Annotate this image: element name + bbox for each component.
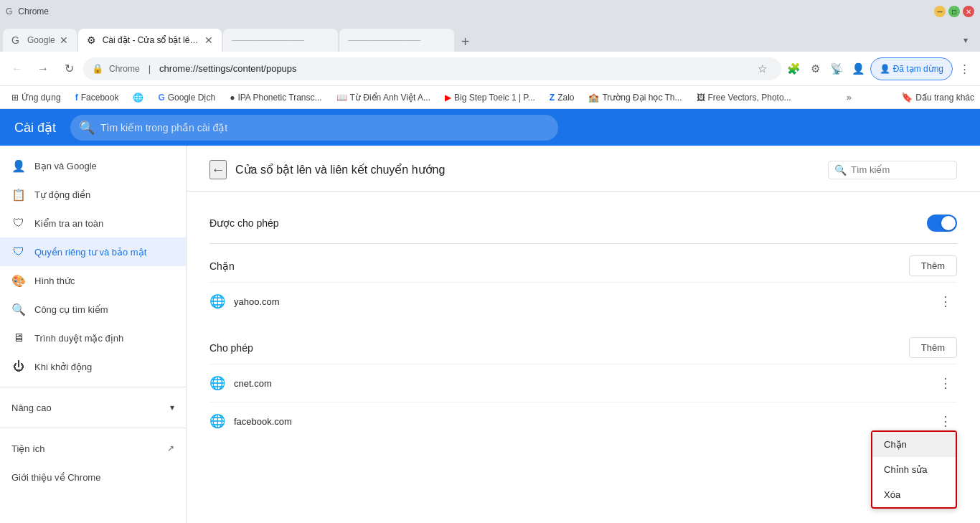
allowed-toggle[interactable] [927, 215, 957, 232]
facebook-more-button[interactable]: ⋮ [934, 410, 957, 433]
sidebar-divider-1 [0, 387, 186, 387]
chrome-menu-button[interactable]: ⋮ [954, 59, 974, 79]
window-titlebar: G Chrome ─ □ ✕ [0, 0, 980, 23]
sidebar-item-quyen-rieng-tu[interactable]: 🛡 Quyền riêng tư và bảo mật [0, 237, 186, 266]
tab-settings[interactable]: ⚙ Cài đặt - Cửa sổ bật lên và liên k... … [78, 29, 222, 52]
sidebar-item-khi-khoi-dong[interactable]: ⏻ Khi khởi động [0, 352, 186, 381]
dau-trang-label: Dấu trang khác [915, 93, 974, 103]
them-chan-button[interactable]: Thêm [909, 255, 957, 276]
sidebar: 👤 Bạn và Google 📋 Tự động điền 🛡 Kiểm tr… [0, 146, 187, 523]
bookmark-web3[interactable]: 🌐 [127, 89, 149, 106]
search-icon: 🔍 [79, 120, 95, 136]
tab-extra1[interactable]: ───────────── [223, 29, 338, 52]
bookmark-big-step-icon: ▶ [445, 93, 451, 103]
sidebar-item-kiem-tra-an-toan[interactable]: 🛡 Kiểm tra an toàn [0, 209, 186, 237]
sidebar-item-cong-cu-tim-kiem[interactable]: 🔍 Công cụ tìm kiếm [0, 295, 186, 324]
bookmark-google-dich-label: Google Dịch [168, 93, 215, 103]
main-content: ← Cửa sổ bật lên và liên kết chuyển hướn… [187, 146, 980, 523]
bookmark-truong-dai-hoc-label: Trường Đại học Th... [602, 93, 682, 103]
sidebar-section-nang-cao[interactable]: Nâng cao ▾ [0, 393, 186, 422]
extensions-button[interactable]: 🧩 [784, 59, 804, 79]
dau-trang-icon: 🔖 [901, 92, 913, 103]
window-controls: ─ □ ✕ [934, 6, 974, 17]
profile-button[interactable]: 👤 Đã tạm dừng [870, 57, 953, 80]
tab-bar: G Google ✕ ⚙ Cài đặt - Cửa sổ bật lên và… [0, 23, 980, 52]
settings-search-bar[interactable]: 🔍 Tìm kiếm trong phần cài đặt [70, 115, 558, 141]
yahoo-more-button[interactable]: ⋮ [934, 290, 957, 313]
context-menu: Chặn Chỉnh sửa Xóa [871, 430, 957, 509]
address-bar[interactable]: 🔒 Chrome | chrome://settings/content/pop… [83, 57, 781, 80]
settings-wrapper: Cài đặt 🔍 Tìm kiếm trong phần cài đặt 👤 … [0, 109, 980, 523]
back-button[interactable]: ← [6, 57, 29, 80]
context-menu-item-chinh-sua[interactable]: Chỉnh sửa [872, 457, 956, 482]
domain-row-cnet: 🌐 cnet.com ⋮ [209, 364, 957, 402]
sidebar-item-trinh-duyet-mac-dinh[interactable]: 🖥 Trình duyệt mặc định [0, 324, 186, 352]
bookmarks-bar: ⊞ Ứng dụng f Facebook 🌐 G Google Dịch ● … [0, 86, 980, 109]
sidebar-label-tu-dong-dien: Tự động điền [34, 189, 174, 200]
maximize-button[interactable]: □ [948, 6, 960, 17]
sidebar-label-tien-ich: Tiện ích [11, 443, 156, 454]
domain-row-yahoo: 🌐 yahoo.com ⋮ [209, 282, 957, 320]
bookmark-star-button[interactable]: ☆ [753, 59, 773, 79]
sidebar-item-tien-ich[interactable]: Tiện ích ↗ [0, 434, 186, 463]
bookmark-tu-dien[interactable]: 📖 Từ Điển Anh Việt A... [331, 89, 437, 106]
content-search-input[interactable] [851, 164, 937, 175]
bookmark-facebook[interactable]: f Facebook [70, 89, 125, 106]
tab-settings-label: Cài đặt - Cửa sổ bật lên và liên k... [103, 35, 200, 45]
minimize-button[interactable]: ─ [934, 6, 946, 17]
user-menu-button[interactable]: 👤 [849, 59, 869, 79]
bookmarks-more-button[interactable]: » [844, 92, 854, 103]
tab-extra2[interactable]: ───────────── [339, 29, 454, 52]
context-menu-item-chan[interactable]: Chặn [872, 432, 956, 457]
tien-ich-external-icon: ↗ [167, 443, 174, 453]
bookmark-truong-dai-hoc[interactable]: 🏫 Trường Đại học Th... [583, 89, 687, 106]
bookmark-big-step[interactable]: ▶ Big Step Toeic 1 | P... [439, 89, 541, 106]
bookmark-zalo[interactable]: Z Zalo [544, 89, 580, 106]
content-title: Cửa sổ bật lên và liên kết chuyển hướng [235, 163, 819, 176]
settings-container: 👤 Bạn và Google 📋 Tự động điền 🛡 Kiểm tr… [0, 146, 980, 523]
bookmark-ipa-label: IPA Phonetic Transc... [237, 93, 321, 103]
sidebar-item-hinh-thuc[interactable]: 🎨 Hình thức [0, 266, 186, 295]
sidebar-item-tu-dong-dien[interactable]: 📋 Tự động điền [0, 180, 186, 209]
sidebar-item-ban-va-google[interactable]: 👤 Bạn và Google [0, 151, 186, 180]
toggle-label: Được cho phép [209, 217, 927, 229]
cho-phep-section-row: Cho phép Thêm [209, 326, 957, 364]
bookmark-ung-dung[interactable]: ⊞ Ứng dụng [6, 89, 67, 106]
close-button[interactable]: ✕ [963, 6, 974, 17]
toggle-thumb [941, 216, 956, 230]
bookmark-right: 🔖 Dấu trang khác [901, 92, 974, 103]
content-back-button[interactable]: ← [209, 160, 227, 179]
tab-google-close[interactable]: ✕ [60, 34, 68, 46]
them-cho-phep-button[interactable]: Thêm [909, 337, 957, 358]
forward-button[interactable]: → [32, 57, 55, 80]
address-text[interactable]: chrome://settings/content/popups [159, 63, 747, 74]
sidebar-divider-2 [0, 428, 186, 428]
refresh-button[interactable]: ↻ [57, 57, 80, 80]
facebook-row-wrapper: 🌐 facebook.com ⋮ Chặn Chỉnh sửa Xóa [209, 402, 957, 440]
content-search-bar[interactable]: 🔍 [828, 161, 957, 179]
sidebar-label-hinh-thuc: Hình thức [34, 275, 174, 286]
safety-shield-icon: 🛡 [11, 216, 26, 230]
cast-button[interactable]: 📡 [827, 59, 847, 79]
sidebar-item-gioi-thieu[interactable]: Giới thiệu về Chrome [0, 463, 186, 491]
new-tab-button[interactable]: + [456, 32, 476, 52]
sidebar-label-ban-va-google: Bạn và Google [34, 161, 174, 171]
privacy-shield-icon: 🛡 [11, 245, 26, 259]
tab-google[interactable]: G Google ✕ [3, 29, 77, 52]
tab-list-button[interactable]: ▾ [954, 29, 977, 52]
chrome-label: Chrome [109, 64, 140, 74]
bookmark-ipa[interactable]: ● IPA Phonetic Transc... [224, 89, 327, 106]
bookmark-free-vectors-label: Free Vectors, Photo... [708, 93, 791, 103]
yahoo-globe-icon: 🌐 [209, 293, 225, 309]
context-menu-item-xoa[interactable]: Xóa [872, 482, 956, 507]
tab-settings-close[interactable]: ✕ [204, 34, 213, 46]
bookmark-big-step-label: Big Step Toeic 1 | P... [454, 93, 535, 103]
settings-gear-button[interactable]: ⚙ [806, 59, 826, 79]
cnet-more-button[interactable]: ⋮ [934, 372, 957, 395]
bookmark-google-dich[interactable]: G Google Dịch [152, 89, 221, 106]
sidebar-label-khi-khoi-dong: Khi khởi động [34, 362, 174, 372]
cnet-globe-icon: 🌐 [209, 375, 225, 391]
facebook-domain: facebook.com [234, 416, 925, 427]
bookmark-facebook-label: Facebook [81, 93, 119, 103]
bookmark-free-vectors[interactable]: 🖼 Free Vectors, Photo... [691, 89, 797, 106]
